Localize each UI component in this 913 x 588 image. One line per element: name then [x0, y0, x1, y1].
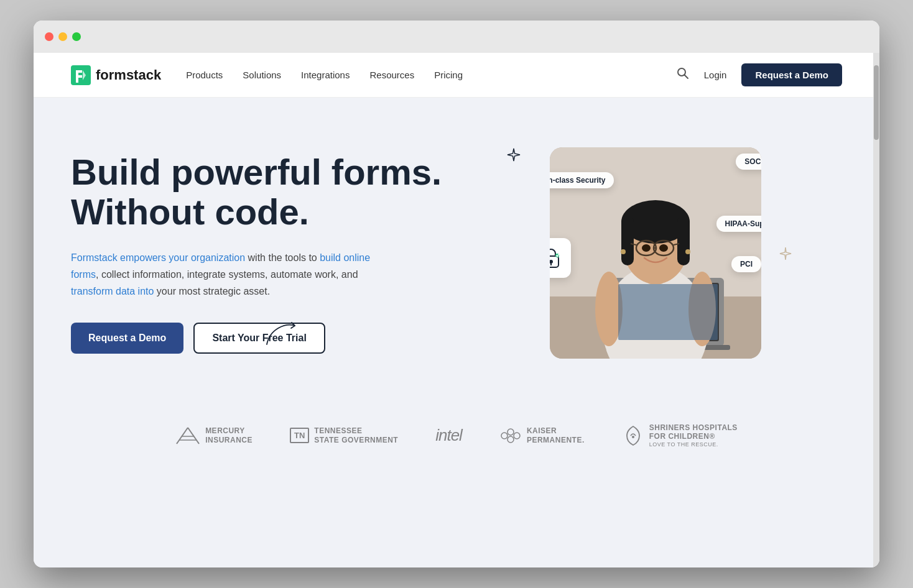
shriners-icon	[622, 425, 644, 447]
login-button[interactable]: Login	[704, 70, 727, 80]
close-button[interactable]	[45, 32, 53, 41]
logo[interactable]: formstack	[71, 65, 161, 85]
shriners-text: Shriners Hospitals for Children® Love to…	[649, 423, 738, 448]
hero-description: Formstack empowers your organization wit…	[71, 249, 394, 300]
maximize-button[interactable]	[72, 32, 81, 41]
logo-shriners: Shriners Hospitals for Children® Love to…	[622, 423, 738, 448]
logo-text: formstack	[96, 67, 161, 83]
logo-intel: intel	[435, 426, 462, 445]
logo-mercury: MERCURY INSURANCE	[175, 426, 253, 445]
hero-section: Build powerful forms. Without code. Form…	[34, 98, 879, 396]
badge-socii: SOCII	[736, 154, 761, 170]
browser-window: formstack Products Solutions Integration…	[34, 21, 879, 567]
svg-point-21	[659, 244, 668, 252]
logos-strip: MERCURY INSURANCE TN Tennessee State Gov…	[34, 408, 879, 463]
svg-point-23	[685, 249, 690, 254]
sparkle-top-icon	[506, 147, 521, 166]
logo-tennessee: TN Tennessee State Government	[290, 426, 398, 444]
logo-kaiser: KAISER PERMANENTE.	[499, 426, 585, 444]
svg-line-2	[684, 75, 688, 79]
browser-chrome	[34, 21, 879, 53]
hero-title: Build powerful forms. Without code.	[71, 152, 444, 232]
kaiser-icon	[499, 427, 522, 444]
svg-rect-26	[618, 284, 718, 340]
curl-arrow-icon	[264, 319, 301, 351]
svg-point-41	[632, 436, 634, 438]
nav-item-solutions[interactable]: Solutions	[243, 70, 281, 81]
navbar-left: formstack Products Solutions Integration…	[71, 65, 463, 85]
svg-rect-14	[677, 216, 690, 265]
sparkle-bottom-icon	[779, 247, 792, 264]
nav-item-resources[interactable]: Resources	[369, 70, 414, 81]
logo-icon	[71, 65, 91, 85]
search-icon	[677, 67, 689, 80]
nav-item-integrations[interactable]: Integrations	[301, 70, 350, 81]
kaiser-text: KAISER PERMANENTE.	[527, 426, 585, 444]
svg-point-39	[514, 433, 520, 439]
svg-point-20	[642, 244, 651, 252]
navbar-right: Login Request a Demo	[677, 63, 842, 86]
navbar: formstack Products Solutions Integration…	[34, 53, 879, 98]
badge-pci: PCI	[731, 256, 761, 272]
svg-point-38	[507, 429, 514, 435]
search-button[interactable]	[677, 67, 689, 83]
svg-line-33	[177, 428, 188, 444]
page-content: formstack Products Solutions Integration…	[34, 53, 879, 567]
hero-image: Best-in-class Security SOCII HIPAA-Suppo…	[550, 147, 761, 359]
request-demo-cta-button[interactable]: Request a Demo	[71, 323, 183, 354]
badge-hipaa: HIPAA-Supporting	[716, 216, 761, 232]
lock-badge	[550, 238, 571, 278]
svg-point-28	[550, 260, 553, 264]
mercury-text: MERCURY INSURANCE	[205, 426, 253, 444]
svg-point-22	[621, 249, 626, 254]
svg-rect-13	[621, 216, 634, 265]
cta-buttons: Request a Demo Start Your Free Trial	[71, 323, 444, 354]
nav-links: Products Solutions Integrations Resource…	[186, 70, 463, 81]
svg-point-40	[507, 436, 514, 443]
mercury-icon	[175, 426, 200, 445]
nav-item-pricing[interactable]: Pricing	[434, 70, 463, 81]
lock-icon	[550, 247, 560, 269]
nav-item-products[interactable]: Products	[186, 70, 223, 81]
minimize-button[interactable]	[58, 32, 67, 41]
free-trial-button[interactable]: Start Your Free Trial	[193, 323, 325, 354]
tennessee-text: Tennessee State Government	[314, 426, 398, 444]
hero-left: Build powerful forms. Without code. Form…	[71, 152, 444, 353]
svg-point-37	[501, 433, 507, 439]
request-demo-button[interactable]: Request a Demo	[741, 63, 842, 86]
svg-line-34	[188, 428, 199, 444]
hero-right: Best-in-class Security SOCII HIPAA-Suppo…	[469, 135, 842, 371]
badge-security: Best-in-class Security	[550, 172, 614, 188]
